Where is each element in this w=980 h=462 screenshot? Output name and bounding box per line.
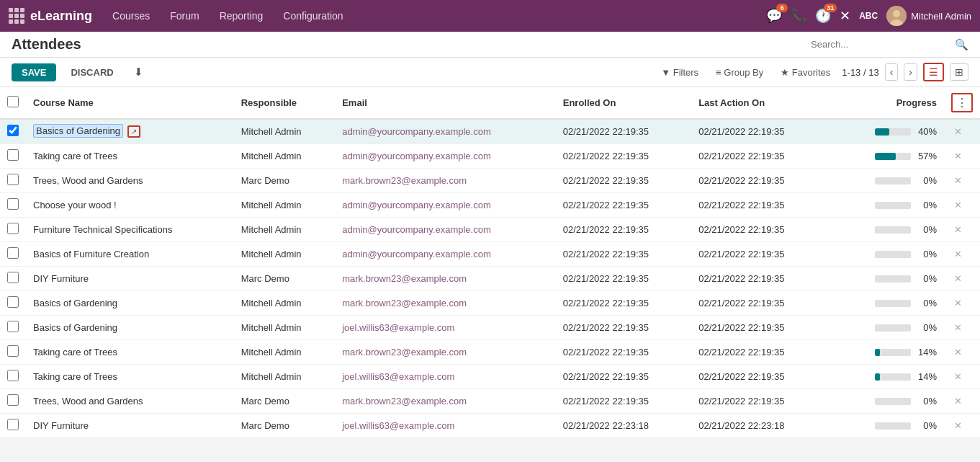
app-logo[interactable]: eLearning bbox=[9, 8, 92, 24]
col-email[interactable]: Email bbox=[335, 87, 556, 119]
email: joel.willis63@example.com bbox=[335, 365, 556, 389]
page-title: Attendees bbox=[12, 36, 81, 53]
row-checkbox[interactable] bbox=[7, 370, 19, 381]
group-by-button[interactable]: ≡ Group By bbox=[710, 64, 769, 81]
col-last-action-on[interactable]: Last Action On bbox=[691, 87, 827, 119]
row-checkbox[interactable] bbox=[7, 247, 19, 259]
menu-courses[interactable]: Courses bbox=[104, 7, 158, 25]
delete-row-button[interactable]: ✕ bbox=[951, 151, 965, 161]
last-action-on: 02/21/2022 22:19:35 bbox=[691, 316, 827, 340]
main-menu: Courses Forum Reporting Configuration bbox=[104, 7, 766, 25]
delete-row-button[interactable]: ✕ bbox=[951, 224, 965, 235]
email: admin@yourcompany.example.com bbox=[335, 119, 556, 144]
kanban-view-button[interactable]: ⊞ bbox=[950, 63, 968, 81]
search-icon[interactable]: 🔍 bbox=[955, 38, 968, 51]
enrolled-on: 02/21/2022 22:23:18 bbox=[556, 414, 691, 438]
user-menu[interactable]: Mitchell Admin bbox=[886, 6, 971, 26]
col-enrolled-on[interactable]: Enrolled On bbox=[556, 87, 691, 119]
search-input[interactable] bbox=[811, 39, 955, 50]
phone-icon[interactable]: 📞 bbox=[791, 8, 806, 24]
menu-forum[interactable]: Forum bbox=[161, 7, 207, 25]
search-bar[interactable]: 🔍 bbox=[811, 38, 968, 51]
favorites-button[interactable]: ★ Favorites bbox=[775, 64, 836, 81]
row-checkbox[interactable] bbox=[7, 198, 19, 210]
enrolled-on: 02/21/2022 22:19:35 bbox=[556, 242, 691, 267]
progress-pct: 0% bbox=[915, 396, 937, 407]
row-checkbox[interactable] bbox=[7, 296, 19, 308]
progress-pct: 0% bbox=[915, 273, 937, 284]
course-name: DIY Furniture bbox=[33, 273, 89, 284]
row-checkbox[interactable] bbox=[7, 419, 19, 430]
row-checkbox[interactable] bbox=[7, 149, 19, 161]
row-checkbox[interactable] bbox=[7, 272, 19, 283]
responsible: Mitchell Admin bbox=[234, 218, 335, 242]
attendees-table-container: Course Name Responsible Email Enrolled O… bbox=[0, 87, 980, 438]
enrolled-on: 02/21/2022 22:19:35 bbox=[556, 316, 691, 340]
avatar bbox=[886, 6, 907, 26]
page-header: Attendees 🔍 bbox=[0, 32, 980, 58]
progress-cell: 0% bbox=[827, 218, 944, 242]
responsible: Mitchell Admin bbox=[234, 193, 335, 218]
list-view-button[interactable]: ☰ bbox=[923, 63, 944, 81]
progress-pct: 0% bbox=[915, 249, 937, 259]
delete-row-button[interactable]: ✕ bbox=[951, 420, 965, 431]
progress-pct: 0% bbox=[915, 322, 937, 333]
toolbar: SAVE DISCARD ⬇ ▼ Filters ≡ Group By ★ Fa… bbox=[0, 58, 980, 87]
responsible: Mitchell Admin bbox=[234, 340, 335, 365]
delete-row-button[interactable]: ✕ bbox=[951, 298, 965, 308]
row-checkbox[interactable] bbox=[7, 223, 19, 234]
next-page-button[interactable]: › bbox=[904, 63, 917, 81]
delete-row-button[interactable]: ✕ bbox=[951, 371, 965, 382]
chat-icon[interactable]: 💬6 bbox=[766, 8, 782, 24]
topnav-icon-group: 💬6 📞 🕐31 ✕ ABC Mitchell Admin bbox=[766, 6, 971, 26]
responsible: Mitchell Admin bbox=[234, 144, 335, 169]
delete-row-button[interactable]: ✕ bbox=[951, 126, 965, 137]
discard-button[interactable]: DISCARD bbox=[62, 63, 122, 81]
responsible: Mitchell Admin bbox=[234, 242, 335, 267]
clock-icon[interactable]: 🕐31 bbox=[815, 8, 831, 24]
col-course-name[interactable]: Course Name bbox=[26, 87, 234, 119]
email: admin@yourcompany.example.com bbox=[335, 242, 556, 267]
table-row: Taking care of TreesMitchell Adminadmin@… bbox=[0, 144, 980, 169]
save-button[interactable]: SAVE bbox=[12, 63, 56, 81]
enrolled-on: 02/21/2022 22:19:35 bbox=[556, 193, 691, 218]
column-options-button[interactable]: ⋮ bbox=[951, 93, 973, 112]
last-action-on: 02/21/2022 22:23:18 bbox=[691, 414, 827, 438]
progress-cell: 0% bbox=[827, 193, 944, 218]
row-checkbox[interactable] bbox=[7, 321, 19, 332]
delete-row-button[interactable]: ✕ bbox=[951, 249, 965, 259]
delete-row-button[interactable]: ✕ bbox=[951, 347, 965, 357]
responsible: Mitchell Admin bbox=[234, 291, 335, 316]
delete-row-button[interactable]: ✕ bbox=[951, 200, 965, 210]
course-name-editing[interactable]: Basics of Gardening bbox=[33, 124, 123, 138]
email: admin@yourcompany.example.com bbox=[335, 218, 556, 242]
row-checkbox[interactable] bbox=[7, 345, 19, 357]
attendees-table: Course Name Responsible Email Enrolled O… bbox=[0, 87, 980, 438]
menu-configuration[interactable]: Configuration bbox=[274, 7, 351, 25]
close-icon[interactable]: ✕ bbox=[840, 8, 850, 24]
table-header-row: Course Name Responsible Email Enrolled O… bbox=[0, 87, 980, 119]
row-checkbox[interactable] bbox=[7, 394, 19, 406]
responsible: Mitchell Admin bbox=[234, 365, 335, 389]
delete-row-button[interactable]: ✕ bbox=[951, 322, 965, 333]
email: admin@yourcompany.example.com bbox=[335, 144, 556, 169]
external-link-icon[interactable]: ↗ bbox=[127, 125, 140, 138]
progress-cell: 14% bbox=[827, 340, 944, 365]
row-checkbox[interactable] bbox=[7, 174, 19, 185]
delete-row-button[interactable]: ✕ bbox=[951, 396, 965, 407]
email: mark.brown23@example.com bbox=[335, 291, 556, 316]
user-name: Mitchell Admin bbox=[911, 11, 971, 22]
course-name: Basics of Gardening bbox=[33, 322, 117, 333]
delete-row-button[interactable]: ✕ bbox=[951, 273, 965, 284]
menu-reporting[interactable]: Reporting bbox=[211, 7, 272, 25]
col-responsible[interactable]: Responsible bbox=[234, 87, 335, 119]
download-button[interactable]: ⬇ bbox=[128, 62, 149, 82]
prev-page-button[interactable]: ‹ bbox=[885, 63, 899, 81]
row-checkbox[interactable] bbox=[7, 125, 19, 136]
abc-icon[interactable]: ABC bbox=[859, 11, 878, 21]
select-all-checkbox[interactable] bbox=[7, 96, 19, 107]
col-progress[interactable]: Progress bbox=[827, 87, 944, 119]
responsible: Mitchell Admin bbox=[234, 119, 335, 144]
filters-button[interactable]: ▼ Filters bbox=[655, 64, 704, 81]
delete-row-button[interactable]: ✕ bbox=[951, 175, 965, 186]
